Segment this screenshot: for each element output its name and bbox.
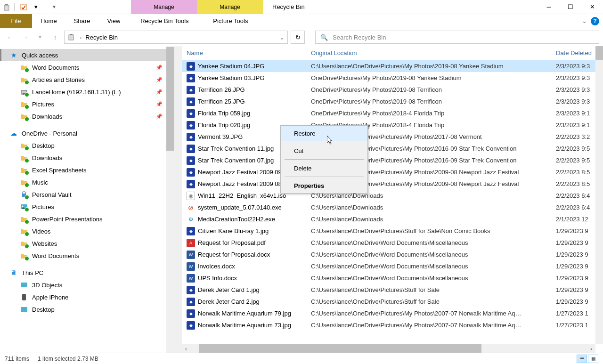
recent-dropdown[interactable]: ▼ — [34, 31, 46, 43]
context-cut[interactable]: Cut — [281, 143, 367, 158]
file-row[interactable]: ◆Florida Trip 059.jpgOneDrive\Pictures\M… — [174, 107, 603, 119]
file-row[interactable]: ◆Newport Jazz Festival 2009 08.jpgC:\Use… — [174, 178, 603, 190]
sidebar-item[interactable]: Websites — [0, 237, 174, 250]
file-name: Request for Proposal.docx — [198, 251, 311, 258]
ribbon-collapse-icon[interactable]: ⌄ — [582, 17, 587, 24]
file-row[interactable]: ⚙MediaCreationTool22H2.exeC:\Users\lance… — [174, 213, 603, 225]
sidebar-item[interactable]: 3D Objects — [0, 279, 174, 291]
file-row[interactable]: ◆Star Trek Convention 11.jpgC:\Users\lan… — [174, 143, 603, 154]
file-tab[interactable]: File — [0, 14, 32, 28]
file-location: C:\Users\lance\OneDrive\Pictures\My Phot… — [311, 322, 556, 329]
file-name: system_update_5.07.0140.exe — [198, 204, 311, 211]
file-row[interactable]: ◆Norwalk Maritime Aquarium 79.jpgC:\User… — [174, 307, 603, 319]
contextual-tab-picture[interactable]: Manage — [197, 0, 263, 14]
file-row[interactable]: ◆Newport Jazz Festival 2009 09.jpgC:\Use… — [174, 166, 603, 178]
sidebar-this-pc[interactable]: 🖥 This PC — [0, 267, 174, 279]
picture-tools-tab[interactable]: Picture Tools — [197, 14, 263, 28]
sidebar-item[interactable]: Articles and Stories📌 — [0, 73, 174, 86]
folder-icon — [20, 178, 28, 186]
file-row[interactable]: ◆Yankee Stadium 03.JPGOneDrive\Pictures\… — [174, 72, 603, 84]
vertical-scrollbar[interactable] — [595, 46, 603, 344]
sidebar-item[interactable]: Music — [0, 176, 174, 188]
sidebar-item[interactable]: Pictures — [0, 201, 174, 213]
image-icon: ◆ — [187, 298, 195, 306]
qat-properties-icon[interactable] — [18, 2, 29, 12]
context-restore[interactable]: Restore — [281, 126, 367, 141]
sidebar-item-label: Pictures — [32, 101, 54, 108]
file-row[interactable]: ◆Citizen Kane Blu-ray 1.jpgC:\Users\lanc… — [174, 225, 603, 237]
recycle-bin-tools-tab[interactable]: Recycle Bin Tools — [131, 14, 197, 28]
back-button[interactable]: ← — [4, 31, 16, 43]
context-delete[interactable]: Delete — [281, 161, 367, 176]
help-icon[interactable]: ? — [591, 17, 599, 25]
thumbnails-view-button[interactable]: ▦ — [588, 355, 598, 363]
contextual-tab-recycle[interactable]: Manage — [131, 0, 197, 14]
refresh-button[interactable]: ↻ — [291, 31, 305, 44]
sidebar-item[interactable]: Desktop — [0, 303, 174, 315]
sidebar-item[interactable]: PowerPoint Presentations — [0, 213, 174, 225]
file-row[interactable]: WUPS Info.docxC:\Users\lance\OneDrive\Wo… — [174, 272, 603, 284]
sidebar-item[interactable]: Excel Spreadsheets — [0, 164, 174, 176]
maximize-button[interactable]: ☐ — [560, 0, 581, 14]
sidebar-onedrive[interactable]: ☁ OneDrive - Personal — [0, 127, 174, 139]
sidebar-item[interactable]: Downloads📌 — [0, 110, 174, 122]
file-row[interactable]: ◆Terrificon 26.JPGOneDrive\Pictures\My P… — [174, 84, 603, 96]
image-icon: ◆ — [187, 227, 195, 235]
file-row[interactable]: ◆Terrificon 25.JPGOneDrive\Pictures\My P… — [174, 96, 603, 107]
file-location: C:\Users\lance\OneDrive\Pictures\Stuff f… — [311, 286, 556, 293]
gutter-scrollbar[interactable] — [174, 46, 182, 353]
sidebar-item-label: Desktop — [32, 142, 55, 149]
sidebar-item[interactable]: Desktop — [0, 139, 174, 152]
share-tab[interactable]: Share — [65, 14, 99, 28]
recycle-bin-icon — [67, 33, 76, 41]
file-row[interactable]: ◉Win11_22H2_English_x64v1.isoC:\Users\la… — [174, 190, 603, 202]
horizontal-scrollbar[interactable]: ‹› — [182, 344, 595, 353]
file-row[interactable]: ARequest for Proposal.pdfC:\Users\lance\… — [174, 237, 603, 249]
pin-icon: 📌 — [156, 113, 163, 120]
minimize-button[interactable]: ─ — [538, 0, 560, 14]
sidebar-item[interactable]: Videos — [0, 225, 174, 237]
sidebar-item[interactable]: Downloads — [0, 152, 174, 164]
home-tab[interactable]: Home — [32, 14, 65, 28]
details-view-button[interactable]: ☰ — [577, 355, 587, 363]
folder-icon — [20, 293, 28, 301]
folder-icon — [20, 166, 28, 174]
recycle-bin-icon — [3, 3, 10, 11]
file-row[interactable]: ◆Vermont 39.JPGC:\Users\lance\OneDrive\P… — [174, 131, 603, 143]
file-name: Derek Jeter Card 1.jpg — [198, 286, 311, 293]
qat-customize-icon[interactable]: ▼ — [49, 2, 59, 12]
address-dropdown-icon[interactable]: ⌄ — [279, 34, 285, 41]
sidebar-quick-access[interactable]: ★ Quick access — [0, 49, 174, 61]
file-row[interactable]: ◆Derek Jeter Card 2.jpgC:\Users\lance\On… — [174, 296, 603, 307]
column-original-location[interactable]: Original Location — [311, 49, 556, 57]
file-row[interactable]: WInvoices.docxC:\Users\lance\OneDrive\Wo… — [174, 260, 603, 272]
sidebar-item[interactable]: Word Documents📌 — [0, 61, 174, 73]
sidebar-item[interactable]: Personal Vault — [0, 188, 174, 201]
context-properties[interactable]: Properties — [281, 178, 367, 193]
sidebar-item[interactable]: Pictures📌 — [0, 98, 174, 110]
up-button[interactable]: ↑ — [49, 31, 61, 43]
sidebar-item[interactable]: Apple iPhone — [0, 291, 174, 303]
file-row[interactable]: ◆Florida Trip 020.jpgOneDrive\Pictures\M… — [174, 119, 603, 131]
breadcrumb-separator-icon[interactable]: › — [80, 34, 81, 41]
sidebar-item-label: 3D Objects — [32, 282, 62, 289]
sidebar-item[interactable]: LanceHome (\\192.168.1.31) (L:)📌 — [0, 86, 174, 98]
file-row[interactable]: WRequest for Proposal.docxC:\Users\lance… — [174, 249, 603, 260]
close-button[interactable]: ✕ — [581, 0, 603, 14]
forward-button[interactable]: → — [19, 31, 31, 43]
breadcrumb-location[interactable]: Recycle Bin — [85, 34, 276, 41]
file-row[interactable]: ◆Norwalk Maritime Aquarium 73.jpgC:\User… — [174, 319, 603, 331]
qat-dropdown-icon[interactable]: ▾ — [31, 2, 41, 12]
search-box[interactable]: 🔍 Search Recycle Bin — [315, 31, 599, 44]
file-row[interactable]: ◆Yankee Stadium 04.JPGC:\Users\lance\One… — [174, 60, 603, 72]
file-location: OneDrive\Pictures\My Photos\2018-4 Flori… — [311, 110, 556, 117]
file-row[interactable]: ◆Star Trek Convention 07.jpgC:\Users\lan… — [174, 154, 603, 166]
view-tab[interactable]: View — [98, 14, 129, 28]
address-bar[interactable]: › Recycle Bin ⌄ — [64, 31, 288, 44]
column-name[interactable]: Name — [187, 49, 311, 57]
sidebar-scrollbar[interactable] — [166, 46, 174, 353]
file-row[interactable]: ⊘system_update_5.07.0140.exeC:\Users\lan… — [174, 202, 603, 213]
sidebar-item-label: Articles and Stories — [32, 76, 85, 83]
sidebar-item[interactable]: Word Documents — [0, 250, 174, 262]
file-row[interactable]: ◆Derek Jeter Card 1.jpgC:\Users\lance\On… — [174, 284, 603, 296]
